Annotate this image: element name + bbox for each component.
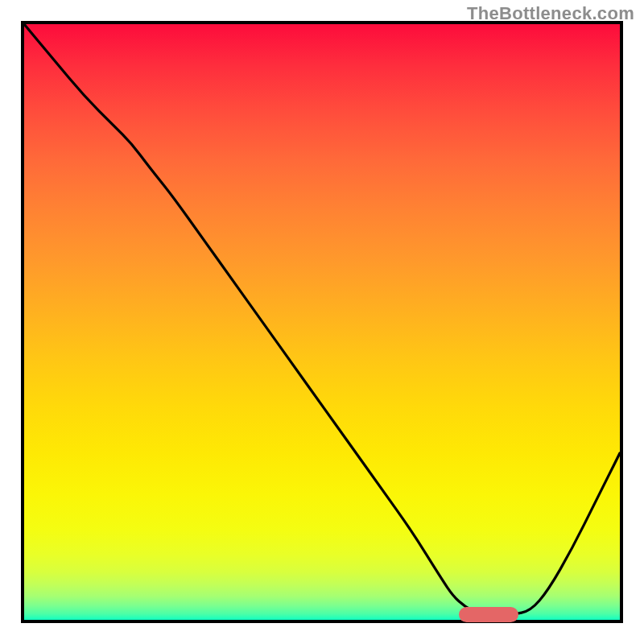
optimal-range-marker [459, 607, 518, 622]
bottleneck-curve [24, 24, 620, 620]
plot-area [21, 21, 623, 623]
watermark-text: TheBottleneck.com [467, 3, 634, 24]
chart-container: TheBottleneck.com [0, 0, 644, 644]
